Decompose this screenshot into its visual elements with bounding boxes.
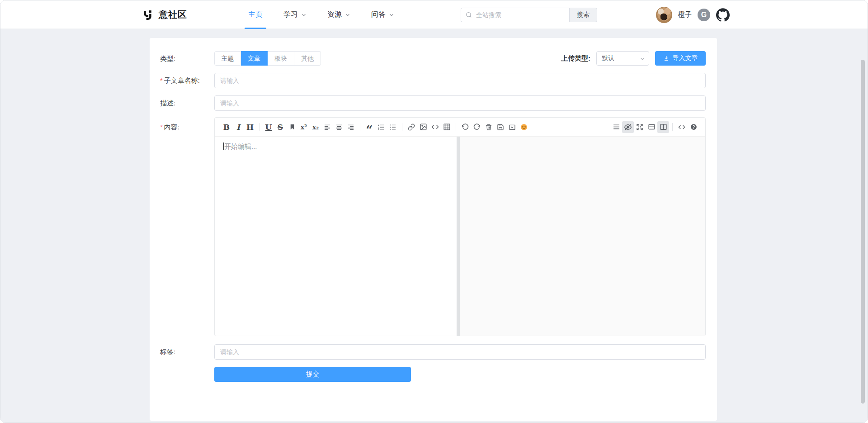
preview-toggle-icon[interactable] <box>622 121 634 133</box>
article-name-label: *子文章名称: <box>160 73 214 85</box>
article-name-input[interactable] <box>214 73 706 88</box>
search-icon <box>465 11 472 19</box>
browser-window: 意社区 主页 学习 资源 问答 <box>0 0 868 423</box>
user-area: 橙子 G <box>656 0 730 29</box>
blockquote-icon[interactable]: “ <box>363 121 375 133</box>
editor-toolbar: B I H U S x² x₂ <box>215 118 705 137</box>
draft-box-icon[interactable] <box>506 121 518 133</box>
bookmark-icon[interactable] <box>286 121 298 133</box>
markdown-editor: B I H U S x² x₂ <box>214 117 706 336</box>
align-left-icon[interactable] <box>321 121 333 133</box>
description-input[interactable] <box>214 95 706 111</box>
toolbar-divider <box>672 123 673 131</box>
article-name-row: *子文章名称: <box>160 73 706 88</box>
type-row: 类型: 主题 文章 板块 其他 上传类型: 默认 <box>160 51 706 66</box>
description-row: 描述: <box>160 95 706 111</box>
editor-input-pane[interactable]: 开始编辑... <box>215 137 457 336</box>
chevron-down-icon <box>640 56 645 62</box>
upload-type-select[interactable]: 默认 <box>596 51 649 66</box>
window-view-icon[interactable] <box>646 121 657 133</box>
site-search: 搜索 <box>461 8 597 22</box>
avatar[interactable] <box>656 7 672 23</box>
main-nav: 主页 学习 资源 问答 <box>248 0 394 29</box>
github-icon[interactable] <box>716 8 730 22</box>
help-icon[interactable] <box>688 121 699 133</box>
download-icon <box>663 55 670 62</box>
required-mark: * <box>160 123 163 131</box>
gitee-icon[interactable]: G <box>698 9 710 21</box>
ordered-list-icon[interactable] <box>375 121 387 133</box>
type-option-other[interactable]: 其他 <box>294 51 321 66</box>
type-label: 类型: <box>160 51 214 63</box>
nav-item-learn[interactable]: 学习 <box>283 0 307 29</box>
site-header: 意社区 主页 学习 资源 问答 <box>0 0 868 29</box>
content-row: *内容: B I H U S x² x₂ <box>160 117 706 336</box>
tags-row: 标签: <box>160 344 706 360</box>
search-button[interactable]: 搜索 <box>569 8 597 22</box>
trash-icon[interactable] <box>483 121 495 133</box>
type-option-article[interactable]: 文章 <box>241 51 268 66</box>
import-article-button[interactable]: 导入文章 <box>655 51 706 66</box>
toolbar-divider <box>456 123 456 131</box>
type-option-topic[interactable]: 主题 <box>214 51 241 66</box>
nav-item-home[interactable]: 主页 <box>248 0 263 29</box>
underline-icon[interactable]: U <box>263 121 274 133</box>
subscript-icon[interactable]: x₂ <box>310 121 321 133</box>
align-center-icon[interactable] <box>333 121 345 133</box>
username[interactable]: 橙子 <box>678 10 692 19</box>
content-label: *内容: <box>160 117 214 132</box>
description-label: 描述: <box>160 95 214 108</box>
undo-icon[interactable] <box>459 121 471 133</box>
heading-icon[interactable]: H <box>244 121 256 133</box>
image-icon[interactable] <box>417 121 429 133</box>
pane-resize-handle[interactable] <box>457 137 460 336</box>
chevron-down-icon <box>345 12 350 18</box>
type-option-board[interactable]: 板块 <box>268 51 294 66</box>
strikethrough-icon[interactable]: S <box>274 121 286 133</box>
unordered-list-icon[interactable] <box>387 121 399 133</box>
site-title: 意社区 <box>159 9 187 21</box>
type-segmented-control: 主题 文章 板块 其他 <box>214 51 321 66</box>
required-mark: * <box>160 76 163 84</box>
toolbar-divider <box>360 123 360 131</box>
page-background: 类型: 主题 文章 板块 其他 上传类型: 默认 <box>0 29 868 423</box>
form-card: 类型: 主题 文章 板块 其他 上传类型: 默认 <box>150 38 717 421</box>
editor-preview-pane <box>460 137 705 336</box>
upload-group: 上传类型: 默认 导入文章 <box>561 51 706 66</box>
editor-placeholder: 开始编辑... <box>224 143 257 150</box>
emoji-icon[interactable] <box>518 121 530 133</box>
bold-icon[interactable]: B <box>221 121 232 133</box>
chevron-down-icon <box>301 12 307 18</box>
italic-icon[interactable]: I <box>232 121 244 133</box>
menu-icon[interactable] <box>610 121 622 133</box>
editor-body: 开始编辑... <box>215 137 705 336</box>
superscript-icon[interactable]: x² <box>298 121 310 133</box>
nav-item-qa[interactable]: 问答 <box>371 0 394 29</box>
text-cursor <box>223 143 224 150</box>
search-input[interactable] <box>461 8 569 22</box>
link-icon[interactable] <box>406 121 417 133</box>
site-logo-icon <box>142 9 154 21</box>
chevron-down-icon <box>389 12 394 18</box>
tags-input[interactable] <box>214 344 706 360</box>
save-icon[interactable] <box>495 121 506 133</box>
table-icon[interactable] <box>441 121 453 133</box>
toolbar-divider <box>259 123 259 131</box>
source-code-icon[interactable] <box>676 121 688 133</box>
upload-type-label: 上传类型: <box>561 54 590 63</box>
fullscreen-icon[interactable] <box>634 121 646 133</box>
submit-button[interactable]: 提交 <box>214 367 411 382</box>
vertical-scrollbar-thumb[interactable] <box>861 60 865 404</box>
code-icon[interactable] <box>429 121 441 133</box>
toolbar-divider <box>402 123 402 131</box>
nav-item-resources[interactable]: 资源 <box>327 0 350 29</box>
redo-icon[interactable] <box>471 121 483 133</box>
brand[interactable]: 意社区 <box>142 0 187 29</box>
submit-row: 提交 <box>160 367 706 382</box>
tags-label: 标签: <box>160 344 214 356</box>
split-view-icon[interactable] <box>657 121 669 133</box>
align-right-icon[interactable] <box>345 121 357 133</box>
